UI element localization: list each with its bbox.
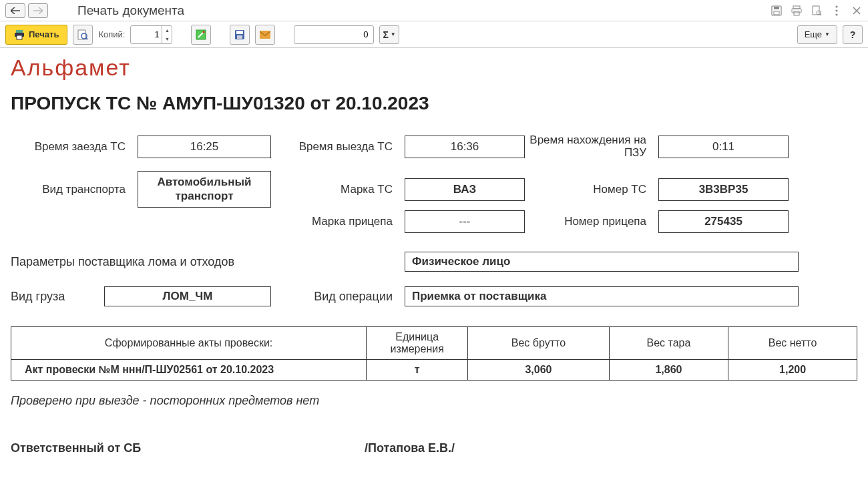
svg-rect-2 <box>774 7 779 9</box>
svg-rect-12 <box>16 30 23 33</box>
th-gross: Вес брутто <box>468 327 610 360</box>
label-operation-type: Вид операции <box>271 290 405 304</box>
table-header-row: Сформированные акты провески: Единица из… <box>11 327 857 360</box>
label-transport-type: Вид транспорта <box>11 183 138 196</box>
save-icon[interactable] <box>771 5 783 17</box>
sum-button[interactable]: Σ ▼ <box>379 25 399 44</box>
svg-rect-14 <box>17 35 22 39</box>
window-title: Печать документа <box>77 3 184 18</box>
value-trailer-brand: --- <box>405 210 525 233</box>
copies-input[interactable] <box>131 30 162 39</box>
document-title: ПРОПУСК ТС № АМУП-ШУ01320 от 20.10.2023 <box>11 93 857 114</box>
sum-input[interactable] <box>294 25 374 44</box>
svg-point-10 <box>835 9 837 11</box>
print-button-label: Печать <box>29 29 59 39</box>
nav-back-button[interactable] <box>5 3 25 18</box>
zoom-button[interactable] <box>73 25 93 45</box>
label-exit-time: Время выезда ТС <box>271 140 405 154</box>
more-button-label: Еще <box>805 29 822 39</box>
weight-table: Сформированные акты провески: Единица из… <box>11 326 857 381</box>
titlebar: Печать документа <box>0 0 868 21</box>
label-trailer-number: Номер прицепа <box>525 215 658 228</box>
value-exit-time: 16:36 <box>405 136 525 158</box>
toolbar: Печать Копий: ▲ ▼ Σ ▼ Еще ▼ ? <box>0 21 868 48</box>
spin-up[interactable]: ▲ <box>162 26 172 35</box>
value-duration: 0:11 <box>658 136 789 158</box>
print-button[interactable]: Печать <box>5 25 67 45</box>
td-tare: 1,860 <box>609 360 728 381</box>
svg-point-9 <box>835 5 837 7</box>
value-vehicle-number: 3В3ВР35 <box>658 178 789 201</box>
svg-rect-6 <box>813 6 819 15</box>
value-cargo-type: ЛОМ_ЧМ <box>104 286 271 306</box>
label-supplier-params: Параметры поставщика лома и отходов <box>11 255 405 269</box>
svg-point-11 <box>835 13 837 15</box>
kebab-icon[interactable] <box>831 5 843 17</box>
value-operation-type: Приемка от поставщика <box>405 286 799 306</box>
label-vehicle-number: Номер ТС <box>525 183 658 196</box>
svg-line-8 <box>820 14 821 15</box>
th-tare: Вес тара <box>609 327 728 360</box>
responsible-label: Ответственный от СБ <box>11 441 365 455</box>
document-area[interactable]: Альфамет ПРОПУСК ТС № АМУП-ШУ01320 от 20… <box>0 48 868 490</box>
td-unit: т <box>367 360 468 381</box>
table-row: Акт провески №М ннн/П-ШУ02561 от 20.10.2… <box>11 360 857 381</box>
svg-rect-20 <box>236 31 243 34</box>
edit-template-button[interactable] <box>191 25 211 45</box>
printer-icon <box>14 29 25 40</box>
td-act: Акт провески №М ннн/П-ШУ02561 от 20.10.2… <box>11 360 367 381</box>
value-supplier-params: Физическое лицо <box>405 252 799 272</box>
save-file-button[interactable] <box>230 25 250 45</box>
label-vehicle-brand: Марка ТС <box>271 183 405 196</box>
value-trailer-number: 275435 <box>658 210 789 233</box>
svg-rect-5 <box>794 11 799 15</box>
checked-note: Проверено при выезде - посторонних предм… <box>11 394 857 408</box>
help-button[interactable]: ? <box>843 25 863 44</box>
svg-line-17 <box>86 38 87 39</box>
spin-down[interactable]: ▼ <box>162 35 172 43</box>
svg-rect-4 <box>792 9 801 13</box>
nav-forward-button[interactable] <box>28 3 48 18</box>
svg-rect-22 <box>260 31 270 39</box>
th-net: Вес нетто <box>728 327 857 360</box>
value-transport-type: Автомобильный транспорт <box>138 171 271 208</box>
svg-rect-1 <box>774 11 779 15</box>
more-button[interactable]: Еще ▼ <box>797 25 837 44</box>
value-vehicle-brand: ВАЗ <box>405 178 525 201</box>
td-gross: 3,060 <box>468 360 610 381</box>
label-duration: Время нахождения на ПЗУ <box>525 134 658 159</box>
value-entry-time: 16:25 <box>138 136 271 158</box>
copies-spinner[interactable]: ▲ ▼ <box>130 25 172 44</box>
svg-rect-21 <box>237 35 242 39</box>
company-logo: Альфамет <box>11 55 857 81</box>
td-net: 1,200 <box>728 360 857 381</box>
email-button[interactable] <box>255 25 275 45</box>
print-icon[interactable] <box>791 5 803 17</box>
svg-rect-3 <box>793 6 800 9</box>
label-trailer-brand: Марка прицепа <box>271 215 405 228</box>
responsible-name: /Потапова Е.В./ <box>365 441 455 455</box>
th-unit: Единица измерения <box>367 327 468 360</box>
copies-label: Копий: <box>98 29 125 39</box>
label-entry-time: Время заезда ТС <box>11 140 138 154</box>
close-icon[interactable] <box>851 5 863 17</box>
th-acts: Сформированные акты провески: <box>11 327 367 360</box>
label-cargo-type: Вид груза <box>11 290 104 304</box>
preview-icon[interactable] <box>811 5 823 17</box>
